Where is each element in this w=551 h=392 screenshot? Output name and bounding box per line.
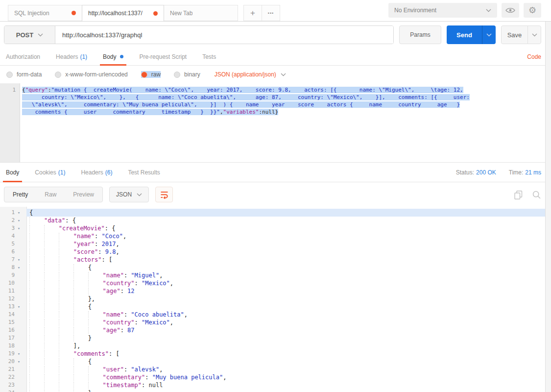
response-line: 23 "timestamp": null bbox=[0, 381, 551, 389]
response-body-viewer[interactable]: 1▾{2▾ "data": {3▾ "createMovie": {4 "nam… bbox=[0, 207, 551, 392]
request-tabs: AuthorizationHeaders(1)BodyPre-request S… bbox=[0, 48, 551, 66]
code-link[interactable]: Code bbox=[527, 53, 541, 60]
fold-toggle-icon[interactable]: ▾ bbox=[15, 303, 23, 311]
line-content: "age": 12 bbox=[26, 287, 551, 295]
response-line: 12 }, bbox=[0, 295, 551, 303]
url-input[interactable] bbox=[55, 26, 393, 44]
window-scrollbar-track[interactable] bbox=[545, 22, 551, 392]
fold-toggle-icon[interactable]: ▾ bbox=[15, 264, 23, 271]
fold-toggle-icon[interactable]: ▾ bbox=[15, 256, 23, 264]
response-line: 24 } bbox=[0, 389, 551, 392]
request-body-line: {"query":"mutation { createMovie( name: … bbox=[22, 86, 551, 94]
method-selector[interactable]: POST bbox=[4, 26, 55, 44]
response-line: 18 ], bbox=[0, 342, 551, 350]
content-type-selector[interactable]: JSON (application/json) bbox=[215, 71, 286, 78]
request-tab-headers[interactable]: Headers(1) bbox=[54, 48, 89, 65]
view-mode-raw[interactable]: Raw bbox=[36, 187, 65, 202]
line-number: 18 bbox=[0, 342, 15, 350]
fold-toggle-icon[interactable]: ▾ bbox=[15, 358, 23, 366]
environment-quick-look-button[interactable] bbox=[502, 3, 519, 18]
body-mode-x-www-form-urlencoded[interactable]: x-www-form-urlencoded bbox=[55, 71, 127, 78]
response-tab-headers[interactable]: Headers(6) bbox=[79, 163, 114, 182]
line-content: "comments": [ bbox=[26, 350, 551, 358]
save-button[interactable]: Save bbox=[501, 25, 527, 44]
line-number: 2 bbox=[0, 217, 15, 224]
line-number: 11 bbox=[0, 287, 15, 295]
settings-button[interactable]: ⚙ bbox=[524, 3, 541, 18]
line-number: 3 bbox=[0, 224, 15, 232]
tab-count: (1) bbox=[80, 53, 87, 60]
body-mode-binary[interactable]: binary bbox=[174, 71, 200, 78]
request-body-editor[interactable]: 1 {"query":"mutation { createMovie( name… bbox=[0, 83, 551, 163]
request-body-text[interactable]: {"query":"mutation { createMovie( name: … bbox=[22, 83, 551, 116]
line-gutter: 9 bbox=[0, 271, 26, 279]
body-mode-label: raw bbox=[151, 71, 161, 78]
response-line: 17 } bbox=[0, 334, 551, 342]
app-tab-new-tab[interactable]: New Tab bbox=[164, 5, 238, 21]
line-number: 20 bbox=[0, 358, 15, 366]
chevron-down-icon bbox=[38, 33, 43, 37]
line-gutter: 18 bbox=[0, 342, 26, 350]
line-number: 24 bbox=[0, 389, 15, 392]
line-gutter: 10 bbox=[0, 279, 26, 287]
line-gutter: 22 bbox=[0, 373, 26, 381]
line-content: "name": "Coco abuelita", bbox=[26, 311, 551, 318]
copy-icon bbox=[514, 190, 523, 199]
open-request-tabs: SQL Injectionhttp://localhost:1337/New T… bbox=[4, 5, 238, 21]
line-number: 12 bbox=[0, 295, 15, 303]
line-gutter: 20▾ bbox=[0, 358, 26, 366]
send-options-button[interactable] bbox=[482, 25, 496, 44]
chevron-down-icon bbox=[532, 33, 537, 37]
eye-icon bbox=[505, 7, 515, 13]
view-mode-preview[interactable]: Preview bbox=[65, 187, 102, 202]
line-content: } bbox=[26, 334, 551, 342]
save-options-button[interactable] bbox=[527, 25, 541, 44]
app-tab-sql-injection[interactable]: SQL Injection bbox=[8, 5, 82, 21]
body-mode-form-data[interactable]: form-data bbox=[6, 71, 42, 78]
tab-options-button[interactable]: ••• bbox=[262, 5, 280, 21]
line-gutter: 17 bbox=[0, 334, 26, 342]
request-body-line: \"alevsk\", commentary: \"Muy buena peli… bbox=[22, 101, 551, 108]
request-tab-tests[interactable]: Tests bbox=[200, 48, 218, 65]
line-number: 19 bbox=[0, 350, 15, 358]
send-button-group: Send bbox=[447, 25, 496, 44]
line-number: 8 bbox=[0, 264, 15, 271]
line-gutter: 16 bbox=[0, 326, 26, 334]
fold-toggle-icon[interactable]: ▾ bbox=[15, 217, 23, 224]
tab-label: Cookies bbox=[35, 169, 56, 176]
request-tab-pre-request-script[interactable]: Pre-request Script bbox=[137, 48, 189, 65]
response-tab-test-results[interactable]: Test Results bbox=[126, 163, 162, 182]
response-format-selector[interactable]: JSON bbox=[109, 187, 149, 202]
fold-toggle-icon[interactable]: ▾ bbox=[15, 224, 23, 232]
fold-toggle-icon[interactable]: ▾ bbox=[15, 350, 23, 358]
line-number: 1 bbox=[0, 209, 15, 217]
response-line: 7▾ "actors": [ bbox=[0, 256, 551, 264]
request-tab-body[interactable]: Body bbox=[101, 48, 125, 65]
app-tab-http-localhost-1337[interactable]: http://localhost:1337/ bbox=[82, 5, 164, 22]
response-tab-cookies[interactable]: Cookies(1) bbox=[33, 163, 67, 182]
params-button[interactable]: Params bbox=[399, 25, 441, 44]
wrap-text-button[interactable] bbox=[155, 187, 173, 202]
tab-label: Headers bbox=[56, 53, 78, 60]
send-button[interactable]: Send bbox=[447, 25, 482, 44]
request-tab-authorization[interactable]: Authorization bbox=[4, 48, 42, 65]
response-tab-body[interactable]: Body bbox=[4, 163, 21, 182]
copy-response-button[interactable] bbox=[514, 190, 523, 199]
response-line: 8▾ { bbox=[0, 264, 551, 271]
environment-selector[interactable]: No Environment bbox=[388, 3, 497, 18]
chevron-down-icon bbox=[137, 193, 142, 196]
body-mode-label: binary bbox=[184, 71, 200, 78]
response-line: 16 "age": 87 bbox=[0, 326, 551, 334]
fold-toggle-icon[interactable]: ▾ bbox=[15, 209, 23, 217]
body-mode-raw[interactable]: raw bbox=[141, 71, 161, 78]
line-number: 17 bbox=[0, 334, 15, 342]
view-mode-switch: PrettyRawPreview bbox=[4, 187, 103, 202]
tab-label: Test Results bbox=[128, 169, 160, 176]
tab-label: Body bbox=[103, 53, 116, 60]
view-mode-pretty[interactable]: Pretty bbox=[4, 187, 36, 202]
selected-text: country: \"Mexico\", }, { name: \"Coco a… bbox=[22, 94, 470, 100]
new-tab-button[interactable]: + bbox=[243, 5, 262, 21]
save-button-group: Save bbox=[501, 25, 541, 44]
line-number: 7 bbox=[0, 256, 15, 264]
search-response-button[interactable] bbox=[532, 190, 541, 199]
